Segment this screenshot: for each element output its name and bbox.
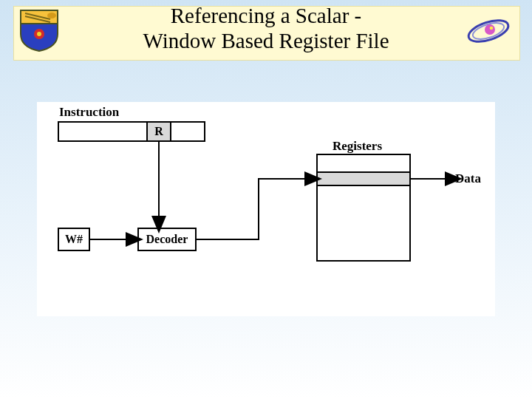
- shield-crest-icon: [19, 9, 59, 52]
- svg-point-7: [485, 24, 495, 35]
- svg-point-2: [47, 13, 56, 18]
- diagram-arrows: [37, 102, 495, 316]
- svg-point-4: [37, 32, 41, 36]
- diagram-canvas: Instruction Registers Data R W# Decoder: [37, 102, 495, 316]
- title-line-1: Referencing a Scalar -: [171, 4, 361, 27]
- title-line-2: Window Based Register File: [143, 29, 389, 52]
- slide-title: Referencing a Scalar - Window Based Regi…: [0, 3, 532, 53]
- svg-point-8: [490, 27, 494, 30]
- slide: Referencing a Scalar - Window Based Regi…: [0, 0, 532, 399]
- orbit-logo-icon: [466, 13, 511, 49]
